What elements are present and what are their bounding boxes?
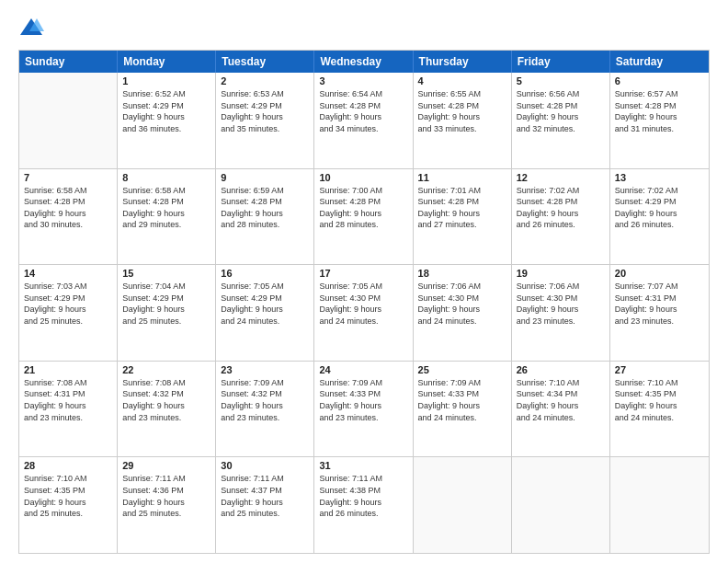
daylight-text: Daylight: 9 hoursand 25 minutes. [24, 497, 112, 520]
day-number: 17 [319, 268, 407, 279]
day-number: 19 [517, 268, 605, 279]
day-cell-20: 20Sunrise: 7:07 AMSunset: 4:31 PMDayligh… [610, 265, 709, 361]
day-cell-1: 1Sunrise: 6:52 AMSunset: 4:29 PMDaylight… [118, 73, 216, 168]
day-number: 10 [319, 172, 407, 183]
sunrise-text: Sunrise: 7:10 AM [517, 377, 605, 389]
day-number: 22 [122, 364, 210, 375]
daylight-text: Daylight: 9 hoursand 28 minutes. [221, 208, 309, 231]
sunset-text: Sunset: 4:34 PM [517, 388, 605, 400]
sunset-text: Sunset: 4:28 PM [319, 196, 407, 208]
cell-info: Sunrise: 6:59 AMSunset: 4:28 PMDaylight:… [221, 185, 309, 231]
daylight-text: Daylight: 9 hoursand 24 minutes. [319, 304, 407, 327]
cell-info: Sunrise: 6:55 AMSunset: 4:28 PMDaylight:… [418, 88, 506, 134]
daylight-text: Daylight: 9 hoursand 25 minutes. [122, 497, 210, 520]
sunset-text: Sunset: 4:33 PM [418, 388, 506, 400]
empty-cell [512, 457, 610, 553]
sunrise-text: Sunrise: 7:06 AM [418, 281, 506, 293]
sunrise-text: Sunrise: 6:54 AM [319, 88, 407, 100]
day-number: 28 [24, 460, 112, 471]
sunrise-text: Sunrise: 7:10 AM [24, 473, 112, 485]
header-day-wednesday: Wednesday [314, 51, 413, 73]
daylight-text: Daylight: 9 hoursand 24 minutes. [418, 304, 506, 327]
day-cell-21: 21Sunrise: 7:08 AMSunset: 4:31 PMDayligh… [19, 362, 118, 457]
sunrise-text: Sunrise: 6:58 AM [122, 185, 210, 197]
sunrise-text: Sunrise: 7:11 AM [319, 473, 407, 485]
logo-icon [18, 15, 44, 40]
cell-info: Sunrise: 7:08 AMSunset: 4:32 PMDaylight:… [122, 377, 210, 423]
sunrise-text: Sunrise: 6:57 AM [615, 88, 704, 100]
calendar-page: SundayMondayTuesdayWednesdayThursdayFrid… [0, 0, 728, 563]
day-number: 26 [517, 364, 605, 375]
day-cell-9: 9Sunrise: 6:59 AMSunset: 4:28 PMDaylight… [216, 169, 314, 265]
day-cell-2: 2Sunrise: 6:53 AMSunset: 4:29 PMDaylight… [216, 73, 314, 168]
day-cell-5: 5Sunrise: 6:56 AMSunset: 4:28 PMDaylight… [512, 73, 610, 168]
cell-info: Sunrise: 7:10 AMSunset: 4:35 PMDaylight:… [615, 377, 704, 423]
day-cell-13: 13Sunrise: 7:02 AMSunset: 4:29 PMDayligh… [610, 169, 709, 265]
sunset-text: Sunset: 4:32 PM [122, 388, 210, 400]
cell-info: Sunrise: 7:05 AMSunset: 4:29 PMDaylight:… [221, 281, 309, 327]
sunrise-text: Sunrise: 6:52 AM [122, 88, 210, 100]
sunrise-text: Sunrise: 7:07 AM [615, 281, 704, 293]
sunrise-text: Sunrise: 6:56 AM [517, 88, 605, 100]
sunrise-text: Sunrise: 6:55 AM [418, 88, 506, 100]
day-cell-8: 8Sunrise: 6:58 AMSunset: 4:28 PMDaylight… [118, 169, 216, 265]
daylight-text: Daylight: 9 hoursand 32 minutes. [517, 111, 605, 134]
daylight-text: Daylight: 9 hoursand 23 minutes. [221, 400, 309, 423]
day-number: 15 [122, 268, 210, 279]
sunrise-text: Sunrise: 7:00 AM [319, 185, 407, 197]
cell-info: Sunrise: 6:56 AMSunset: 4:28 PMDaylight:… [517, 88, 605, 134]
day-cell-16: 16Sunrise: 7:05 AMSunset: 4:29 PMDayligh… [216, 265, 314, 361]
cell-info: Sunrise: 7:08 AMSunset: 4:31 PMDaylight:… [24, 377, 112, 423]
day-cell-29: 29Sunrise: 7:11 AMSunset: 4:36 PMDayligh… [118, 457, 216, 553]
daylight-text: Daylight: 9 hoursand 23 minutes. [24, 400, 112, 423]
day-number: 12 [517, 172, 605, 183]
cell-info: Sunrise: 7:09 AMSunset: 4:33 PMDaylight:… [319, 377, 407, 423]
sunrise-text: Sunrise: 6:58 AM [24, 185, 112, 197]
sunset-text: Sunset: 4:29 PM [615, 196, 704, 208]
cell-info: Sunrise: 7:09 AMSunset: 4:32 PMDaylight:… [221, 377, 309, 423]
calendar-row-3: 14Sunrise: 7:03 AMSunset: 4:29 PMDayligh… [19, 265, 709, 362]
daylight-text: Daylight: 9 hoursand 35 minutes. [221, 111, 309, 134]
cell-info: Sunrise: 6:58 AMSunset: 4:28 PMDaylight:… [122, 185, 210, 231]
calendar: SundayMondayTuesdayWednesdayThursdayFrid… [18, 50, 710, 554]
daylight-text: Daylight: 9 hoursand 26 minutes. [517, 208, 605, 231]
cell-info: Sunrise: 6:53 AMSunset: 4:29 PMDaylight:… [221, 88, 309, 134]
sunrise-text: Sunrise: 6:59 AM [221, 185, 309, 197]
day-number: 3 [319, 75, 407, 86]
daylight-text: Daylight: 9 hoursand 28 minutes. [319, 208, 407, 231]
day-number: 29 [122, 460, 210, 471]
day-cell-11: 11Sunrise: 7:01 AMSunset: 4:28 PMDayligh… [414, 169, 512, 265]
sunrise-text: Sunrise: 7:09 AM [221, 377, 309, 389]
cell-info: Sunrise: 7:03 AMSunset: 4:29 PMDaylight:… [24, 281, 112, 327]
day-cell-6: 6Sunrise: 6:57 AMSunset: 4:28 PMDaylight… [610, 73, 709, 168]
day-cell-3: 3Sunrise: 6:54 AMSunset: 4:28 PMDaylight… [314, 73, 413, 168]
sunrise-text: Sunrise: 7:09 AM [319, 377, 407, 389]
logo [18, 15, 48, 40]
sunset-text: Sunset: 4:28 PM [418, 100, 506, 112]
sunset-text: Sunset: 4:35 PM [615, 388, 704, 400]
sunrise-text: Sunrise: 7:04 AM [122, 281, 210, 293]
header-day-monday: Monday [118, 51, 216, 73]
cell-info: Sunrise: 7:11 AMSunset: 4:38 PMDaylight:… [319, 473, 407, 519]
sunrise-text: Sunrise: 7:11 AM [122, 473, 210, 485]
sunset-text: Sunset: 4:38 PM [319, 485, 407, 497]
cell-info: Sunrise: 7:11 AMSunset: 4:37 PMDaylight:… [221, 473, 309, 519]
calendar-body: 1Sunrise: 6:52 AMSunset: 4:29 PMDaylight… [19, 73, 709, 553]
calendar-row-1: 1Sunrise: 6:52 AMSunset: 4:29 PMDaylight… [19, 73, 709, 169]
sunrise-text: Sunrise: 7:09 AM [418, 377, 506, 389]
sunset-text: Sunset: 4:29 PM [221, 293, 309, 304]
daylight-text: Daylight: 9 hoursand 23 minutes. [122, 400, 210, 423]
cell-info: Sunrise: 7:01 AMSunset: 4:28 PMDaylight:… [418, 185, 506, 231]
sunset-text: Sunset: 4:28 PM [221, 196, 309, 208]
day-cell-18: 18Sunrise: 7:06 AMSunset: 4:30 PMDayligh… [414, 265, 512, 361]
day-cell-15: 15Sunrise: 7:04 AMSunset: 4:29 PMDayligh… [118, 265, 216, 361]
sunrise-text: Sunrise: 7:08 AM [24, 377, 112, 389]
daylight-text: Daylight: 9 hoursand 24 minutes. [221, 304, 309, 327]
cell-info: Sunrise: 6:58 AMSunset: 4:28 PMDaylight:… [24, 185, 112, 231]
sunset-text: Sunset: 4:35 PM [24, 485, 112, 497]
daylight-text: Daylight: 9 hoursand 29 minutes. [122, 208, 210, 231]
calendar-header: SundayMondayTuesdayWednesdayThursdayFrid… [19, 51, 709, 73]
sunrise-text: Sunrise: 7:11 AM [221, 473, 309, 485]
sunset-text: Sunset: 4:29 PM [122, 293, 210, 304]
cell-info: Sunrise: 7:07 AMSunset: 4:31 PMDaylight:… [615, 281, 704, 327]
